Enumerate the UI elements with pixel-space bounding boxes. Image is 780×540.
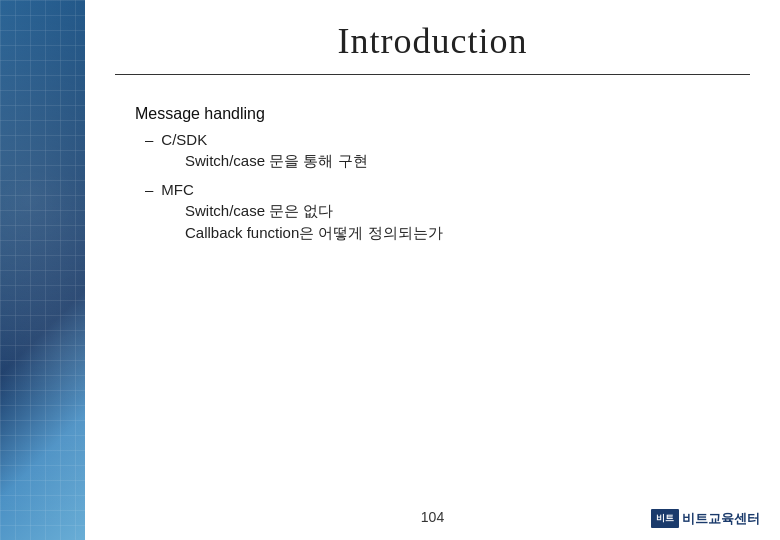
sub-item-csdk-1: Switch/case 문을 통해 구현	[135, 152, 730, 171]
logo-text: 비트교육센터	[682, 510, 760, 528]
bullet-label-csdk: C/SDK	[161, 131, 207, 148]
bullet-group-mfc: – MFC Switch/case 문은 없다 Callback functio…	[135, 181, 730, 243]
content-area: Message handling – C/SDK Switch/case 문을 …	[115, 95, 750, 263]
section-heading: Message handling	[135, 105, 730, 123]
sub-item-mfc-1: Switch/case 문은 없다	[135, 202, 730, 221]
logo-area: 비트 비트교육센터	[651, 509, 760, 528]
bullet-label-mfc: MFC	[161, 181, 194, 198]
bullet-dash-1: –	[145, 131, 153, 148]
page-title: Introduction	[115, 20, 750, 62]
grid-overlay	[0, 0, 85, 540]
logo-box: 비트	[651, 509, 679, 528]
bullet-item-csdk: – C/SDK	[135, 131, 730, 148]
main-content: Introduction Message handling – C/SDK Sw…	[85, 0, 780, 540]
sub-item-mfc-2: Callback function은 어떻게 정의되는가	[135, 224, 730, 243]
bullet-dash-2: –	[145, 181, 153, 198]
bullet-item-mfc: – MFC	[135, 181, 730, 198]
title-section: Introduction	[115, 0, 750, 75]
bullet-group-csdk: – C/SDK Switch/case 문을 통해 구현	[135, 131, 730, 171]
